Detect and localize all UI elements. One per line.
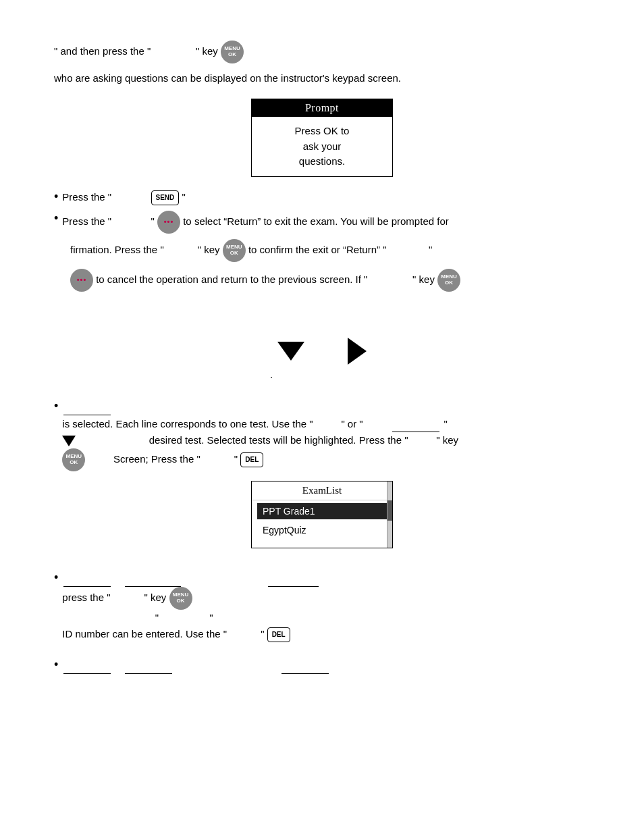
blank-3-1 xyxy=(63,398,111,415)
line1-para: " and then press the " " key MENUOK xyxy=(54,41,590,63)
indent1-before: firmation. Press the " xyxy=(70,244,164,255)
examlist-item-1[interactable]: PPT Grade1 xyxy=(257,503,387,519)
bullet-item-4: • press the " " key MENUOK xyxy=(54,570,590,642)
bullet4-line2-mid: " key xyxy=(144,592,167,603)
blank-5-3 xyxy=(281,657,329,674)
blank-5-1 xyxy=(63,657,111,674)
line1-after: " key xyxy=(196,45,218,57)
bullet-dot-3: • xyxy=(54,398,58,414)
bullet4-line2-before: press the " xyxy=(62,592,110,603)
del-key-1[interactable]: DEL xyxy=(240,452,263,467)
bullet4-mid2: " xyxy=(155,612,159,623)
examlist-box: ExamList PPT Grade1 EgyptQuiz xyxy=(251,481,393,548)
ok-key-4[interactable]: MENUOK xyxy=(62,448,85,471)
indent2-end: " key xyxy=(412,273,435,285)
bullet-content-3: is selected. Each line corresponds to on… xyxy=(62,398,590,471)
bullet3-text1: is selected. Each line corresponds to on… xyxy=(62,418,313,429)
blank-4-3 xyxy=(268,570,319,587)
bullet-content-4: press the " " key MENUOK " " ID number c… xyxy=(62,570,590,642)
bullet1-before: Press the " xyxy=(62,191,111,203)
bullet-item-3: • is selected. Each line corresponds to … xyxy=(54,398,590,471)
bullet-content-5 xyxy=(62,657,590,674)
page-content: " and then press the " " key MENUOK who … xyxy=(0,0,644,741)
prompt-line1: Press OK to xyxy=(295,125,350,136)
bullet-item-5: • xyxy=(54,657,590,674)
arrow-down-small-1 xyxy=(62,436,76,446)
blank-5-2 xyxy=(125,657,172,674)
bullet-dot-2: • xyxy=(54,211,58,226)
bullet2-mid: " xyxy=(151,215,155,227)
section-gap-2 xyxy=(54,374,590,398)
bullet3-text5: Screen; Press the " xyxy=(113,453,200,465)
arrows-row xyxy=(54,338,590,365)
indent-line-2: ••• to cancel the operation and return t… xyxy=(70,269,590,292)
dot-label: . xyxy=(270,369,590,374)
dots-key-1[interactable]: ••• xyxy=(157,211,180,234)
indent2-after: to cancel the operation and return to th… xyxy=(96,273,367,285)
line1-before: " and then press the " xyxy=(54,45,151,57)
bullet-content-1: Press the " SEND " xyxy=(62,189,590,205)
bullet3-text6: " xyxy=(234,453,238,465)
arrow-down-icon xyxy=(277,342,304,361)
bullet2-before: Press the " xyxy=(62,215,111,227)
indent1-mid: " key xyxy=(198,244,220,255)
prompt-line2: ask your xyxy=(303,140,342,152)
ok-key-3[interactable]: MENUOK xyxy=(437,269,460,292)
bullet-dot-1: • xyxy=(54,189,58,205)
bottom-link xyxy=(54,689,590,700)
bullet4-line3-mid: " xyxy=(261,628,264,640)
section-gap-1 xyxy=(54,298,590,325)
blank-3-2 xyxy=(392,415,439,432)
bullet1-after: " xyxy=(182,191,186,203)
bullet-dot-4: • xyxy=(54,570,58,585)
ok-key-2[interactable]: MENUOK xyxy=(223,239,246,262)
send-key-1[interactable]: SEND xyxy=(151,190,180,205)
line2-text: who are asking questions can be displaye… xyxy=(54,72,401,84)
bullet3-text4: " key xyxy=(436,434,458,446)
blank-4-2 xyxy=(125,570,181,587)
bullet3-text3: desired test. Selected tests will be hig… xyxy=(149,434,408,446)
bullet-content-2: Press the " " ••• to select “Return” to … xyxy=(62,211,590,234)
examlist-scrollbar xyxy=(387,481,392,548)
indent1-after: to confirm the exit or “Return” " xyxy=(248,244,387,255)
examlist-title: ExamList xyxy=(252,481,392,500)
bullet3-mid: " or " xyxy=(341,418,363,429)
bullet-item-2: • Press the " " ••• to select “Return” t… xyxy=(54,211,590,234)
prompt-box: Prompt Press OK to ask your questions. xyxy=(251,99,393,177)
indent-line-1: firmation. Press the " " key MENUOK to c… xyxy=(70,239,590,262)
line2-para: who are asking questions can be displaye… xyxy=(54,70,590,86)
arrow-right-icon xyxy=(348,338,367,365)
bullet2-after: to select “Return” to exit the exam. You… xyxy=(183,215,449,227)
bullet4-line3-before: ID number can be entered. Use the " xyxy=(62,628,227,640)
gap-before-bullet5 xyxy=(54,648,590,657)
bullet4-after: " xyxy=(209,612,213,623)
del-key-2[interactable]: DEL xyxy=(267,627,290,642)
prompt-body: Press OK to ask your questions. xyxy=(252,117,392,176)
prompt-title: Prompt xyxy=(252,99,392,117)
examlist-scrollbar-thumb xyxy=(387,500,392,521)
ok-key-1[interactable]: MENUOK xyxy=(221,41,244,63)
bullet-item-1: • Press the " SEND " xyxy=(54,189,590,205)
prompt-line3: questions. xyxy=(299,155,345,167)
ok-key-5[interactable]: MENUOK xyxy=(169,587,192,610)
examlist-item-2[interactable]: EgyptQuiz xyxy=(257,522,387,538)
gap-after-examlist xyxy=(54,558,590,570)
bullet-dot-5: • xyxy=(54,657,58,673)
blank-4-1 xyxy=(63,570,111,587)
dots-key-2[interactable]: ••• xyxy=(70,269,93,292)
